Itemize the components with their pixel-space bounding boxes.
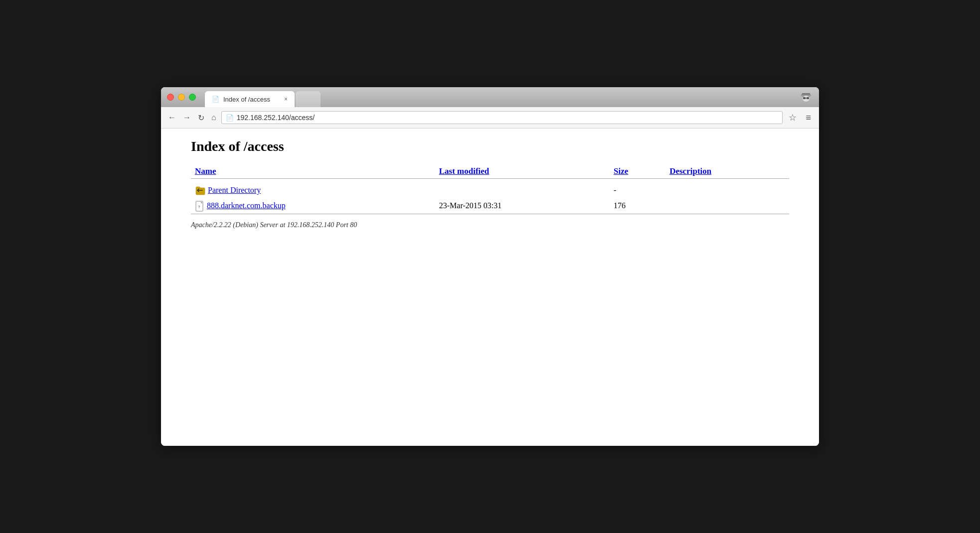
- tab-page-icon: 📄: [212, 96, 219, 103]
- svg-rect-5: [807, 97, 809, 99]
- file-description-cell: [665, 198, 789, 214]
- modified-sort-link[interactable]: Last modified: [439, 166, 490, 176]
- description-sort-link[interactable]: Description: [669, 166, 711, 176]
- file-name-cell: Parent Directory: [191, 183, 435, 198]
- table-row: Parent Directory -: [191, 183, 789, 198]
- col-modified-header: Last modified: [435, 164, 610, 179]
- tab-close-button[interactable]: ×: [284, 96, 288, 103]
- col-description-header: Description: [665, 164, 789, 179]
- col-size-header: Size: [610, 164, 665, 179]
- address-page-icon: 📄: [226, 114, 234, 122]
- col-name-header: Name: [191, 164, 435, 179]
- server-info: Apache/2.2.22 (Debian) Server at 192.168…: [191, 221, 789, 229]
- table-row: ? 888.darknet.com.backup 23-Mar-2015 03:…: [191, 198, 789, 214]
- toolbar: ← → ↻ ⌂ 📄 192.168.252.140/access/ ☆ ≡: [161, 107, 819, 129]
- forward-button[interactable]: →: [181, 111, 193, 124]
- new-tab-button[interactable]: [296, 91, 321, 107]
- minimize-button[interactable]: [178, 94, 185, 101]
- page-content: Index of /access Name Last modified Size…: [161, 129, 819, 446]
- svg-rect-4: [803, 97, 806, 99]
- title-bar: 📄 Index of /access ×: [161, 87, 819, 107]
- close-button[interactable]: [167, 94, 174, 101]
- file-modified-cell: 23-Mar-2015 03:31: [435, 198, 610, 214]
- backup-file-link[interactable]: 888.darknet.com.backup: [207, 201, 286, 210]
- active-tab[interactable]: 📄 Index of /access ×: [205, 91, 295, 107]
- back-button[interactable]: ←: [166, 111, 178, 124]
- maximize-button[interactable]: [189, 94, 196, 101]
- menu-button[interactable]: ≡: [803, 111, 814, 125]
- file-listing-table: Name Last modified Size Description: [191, 164, 789, 218]
- page-title: Index of /access: [191, 138, 789, 154]
- svg-text:?: ?: [198, 205, 200, 209]
- address-bar[interactable]: 📄 192.168.252.140/access/: [221, 111, 783, 124]
- file-name-cell: ? 888.darknet.com.backup: [191, 198, 435, 214]
- tabs-area: 📄 Index of /access ×: [205, 91, 321, 107]
- reload-button[interactable]: ↻: [196, 111, 206, 125]
- unknown-file-icon: ?: [195, 200, 205, 212]
- bookmark-button[interactable]: ☆: [786, 110, 800, 125]
- browser-mascot-icon: [799, 90, 813, 104]
- parent-description-cell: [665, 183, 789, 198]
- footer-separator: [191, 214, 789, 218]
- table-header-row: Name Last modified Size Description: [191, 164, 789, 179]
- home-button[interactable]: ⌂: [209, 111, 218, 124]
- browser-window: 📄 Index of /access × ← →: [161, 87, 819, 446]
- size-sort-link[interactable]: Size: [614, 166, 628, 176]
- header-separator: [191, 179, 789, 183]
- parent-directory-link[interactable]: Parent Directory: [208, 186, 261, 194]
- address-text: 192.168.252.140/access/: [237, 114, 315, 122]
- parent-modified-cell: [435, 183, 610, 198]
- name-sort-link[interactable]: Name: [195, 166, 216, 176]
- tab-title-label: Index of /access: [223, 96, 270, 103]
- folder-icon: [195, 185, 206, 196]
- traffic-lights: [167, 94, 196, 101]
- file-size-cell: 176: [610, 198, 665, 214]
- parent-size-cell: -: [610, 183, 665, 198]
